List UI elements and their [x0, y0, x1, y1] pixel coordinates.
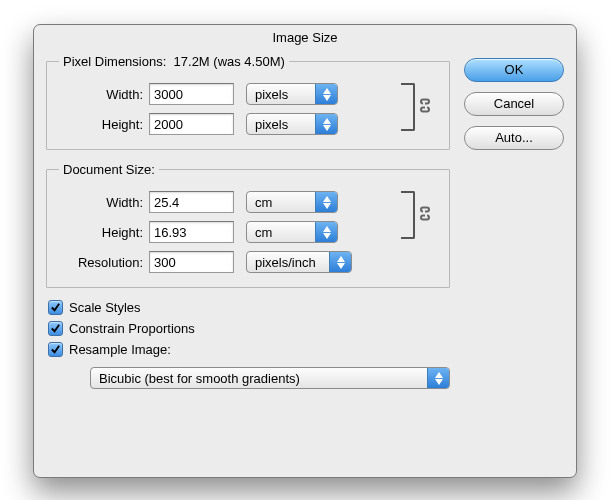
document-size-legend: Document Size: — [59, 162, 159, 177]
doc-height-unit-select[interactable]: cm — [246, 221, 338, 243]
pixel-width-input[interactable] — [149, 83, 234, 105]
pixel-dimensions-legend: Pixel Dimensions: 17.2M (was 4.50M) — [59, 54, 289, 69]
doc-width-input[interactable] — [149, 191, 234, 213]
pixel-dimensions-group: Pixel Dimensions: 17.2M (was 4.50M) Widt… — [46, 54, 450, 150]
doc-height-label: Height: — [59, 225, 149, 240]
chain-link-icon — [419, 206, 431, 225]
constrain-link-indicator — [397, 79, 439, 135]
pixel-width-unit-select[interactable]: pixels — [246, 83, 338, 105]
scale-styles-label: Scale Styles — [69, 300, 141, 315]
resolution-input[interactable] — [149, 251, 234, 273]
cancel-button[interactable]: Cancel — [464, 92, 564, 116]
pixel-height-input[interactable] — [149, 113, 234, 135]
chevron-updown-icon — [329, 252, 351, 272]
auto-button[interactable]: Auto... — [464, 126, 564, 150]
constrain-proportions-checkbox[interactable] — [48, 321, 63, 336]
document-size-group: Document Size: Width: cm — [46, 162, 450, 288]
chevron-updown-icon — [315, 114, 337, 134]
chevron-updown-icon — [427, 368, 449, 388]
chevron-updown-icon — [315, 222, 337, 242]
resample-image-checkbox[interactable] — [48, 342, 63, 357]
chevron-updown-icon — [315, 192, 337, 212]
resample-method-select[interactable]: Bicubic (best for smooth gradients) — [90, 367, 450, 389]
dialog-title: Image Size — [34, 25, 576, 48]
dialog-content: Pixel Dimensions: 17.2M (was 4.50M) Widt… — [34, 48, 576, 399]
resolution-label: Resolution: — [59, 255, 149, 270]
resample-image-label: Resample Image: — [69, 342, 171, 357]
pixel-height-unit-select[interactable]: pixels — [246, 113, 338, 135]
doc-width-unit-select[interactable]: cm — [246, 191, 338, 213]
scale-styles-checkbox[interactable] — [48, 300, 63, 315]
chevron-updown-icon — [315, 84, 337, 104]
image-size-dialog: Image Size Pixel Dimensions: 17.2M (was … — [33, 24, 577, 478]
pixel-width-label: Width: — [59, 87, 149, 102]
doc-width-label: Width: — [59, 195, 149, 210]
pixel-height-label: Height: — [59, 117, 149, 132]
ok-button[interactable]: OK — [464, 58, 564, 82]
resolution-unit-select[interactable]: pixels/inch — [246, 251, 352, 273]
doc-height-input[interactable] — [149, 221, 234, 243]
constrain-proportions-label: Constrain Proportions — [69, 321, 195, 336]
chain-link-icon — [419, 98, 431, 117]
constrain-link-indicator — [397, 187, 439, 243]
